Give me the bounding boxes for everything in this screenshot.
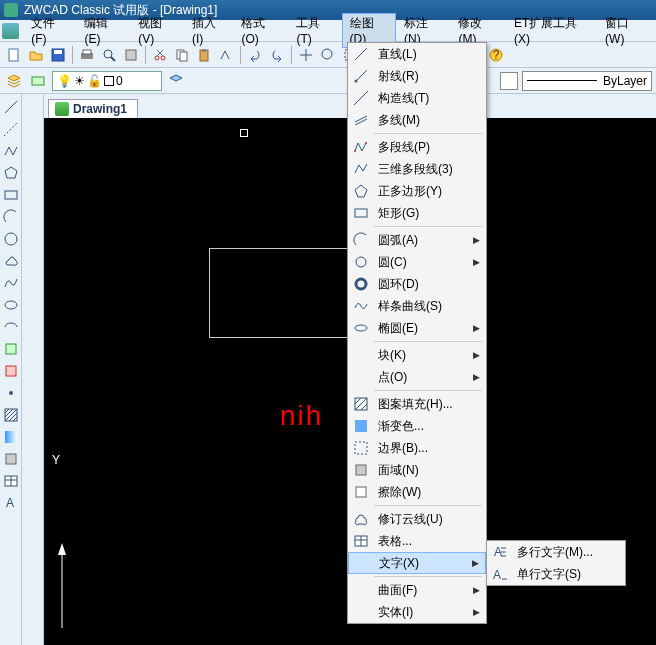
menu-label: 边界(B)... (378, 440, 480, 457)
line-tool[interactable] (2, 98, 20, 116)
menu-10[interactable]: 窗口(W) (597, 13, 654, 48)
layer-combo[interactable]: 💡 ☀ 🔓 0 (52, 71, 162, 91)
save-button[interactable] (48, 45, 68, 65)
revcloud-tool[interactable] (2, 252, 20, 270)
menu-item-circle[interactable]: 圆(C)▶ (348, 251, 486, 273)
menu-9[interactable]: ET扩展工具(X) (506, 13, 597, 48)
layer-prev-button[interactable] (166, 71, 186, 91)
menu-label: 直线(L) (378, 46, 480, 63)
menu-1[interactable]: 编辑(E) (76, 13, 130, 48)
menu-item-text[interactable]: 文字(X)▶ (348, 552, 486, 574)
insert-tool[interactable] (2, 340, 20, 358)
menu-item-point[interactable]: 点(O)▶ (348, 366, 486, 388)
menu-5[interactable]: 工具(T) (288, 13, 341, 48)
menu-item-region[interactable]: 面域(N) (348, 459, 486, 481)
copy-button[interactable] (172, 45, 192, 65)
arc-icon (352, 232, 370, 248)
menu-item-pline[interactable]: 多段线(P) (348, 136, 486, 158)
menu-item-polygon[interactable]: 正多边形(Y) (348, 180, 486, 202)
menu-3[interactable]: 插入(I) (184, 13, 233, 48)
layer-toolbar: 💡 ☀ 🔓 0 ByLayer (0, 68, 656, 94)
svg-marker-52 (355, 185, 367, 197)
block-tool[interactable] (2, 362, 20, 380)
svg-point-9 (161, 56, 165, 60)
mtext-tool[interactable]: A (2, 494, 20, 512)
menu-2[interactable]: 视图(V) (130, 13, 184, 48)
xline-tool[interactable] (2, 120, 20, 138)
menu-item-revcloud[interactable]: 修订云线(U) (348, 508, 486, 530)
menu-item-surface[interactable]: 曲面(F)▶ (348, 579, 486, 601)
menu-item-ray[interactable]: 射线(R) (348, 65, 486, 87)
linetype-combo[interactable]: ByLayer (522, 71, 652, 91)
menu-item-donut[interactable]: 圆环(D) (348, 273, 486, 295)
layer-state-button[interactable] (28, 71, 48, 91)
svg-rect-58 (355, 420, 367, 432)
menu-label: 曲面(F) (378, 582, 465, 599)
menu-item-ellipse[interactable]: 椭圆(E)▶ (348, 317, 486, 339)
ellipse-arc-tool[interactable] (2, 318, 20, 336)
pan-button[interactable] (296, 45, 316, 65)
match-button[interactable] (216, 45, 236, 65)
menu-item-3dpoly[interactable]: 三维多段线(3) (348, 158, 486, 180)
menu-item-rect[interactable]: 矩形(G) (348, 202, 486, 224)
menu-label: 修订云线(U) (378, 511, 480, 528)
zoom-button[interactable] (318, 45, 338, 65)
color-control[interactable] (500, 72, 518, 90)
svg-point-14 (322, 49, 332, 59)
new-button[interactable] (4, 45, 24, 65)
preview-button[interactable] (99, 45, 119, 65)
menu-item-spline[interactable]: 样条曲线(S) (348, 295, 486, 317)
ellipse-icon (352, 320, 370, 336)
cut-button[interactable] (150, 45, 170, 65)
hatch-tool[interactable] (2, 406, 20, 424)
menu-label: 圆环(D) (378, 276, 480, 293)
layer-props-button[interactable] (4, 71, 24, 91)
menu-label: 块(K) (378, 347, 465, 364)
publish-button[interactable] (121, 45, 141, 65)
pline-tool[interactable] (2, 142, 20, 160)
svg-text:A: A (494, 545, 502, 559)
svg-text:?: ? (493, 48, 500, 62)
menu-item-arc[interactable]: 圆弧(A)▶ (348, 229, 486, 251)
submenu-item-dtext[interactable]: A单行文字(S) (487, 563, 625, 585)
menu-0[interactable]: 文件(F) (23, 13, 76, 48)
menu-label: 点(O) (378, 369, 465, 386)
menu-item-table[interactable]: 表格... (348, 530, 486, 552)
svg-point-56 (355, 325, 367, 331)
svg-rect-7 (126, 50, 136, 60)
menu-item-mline[interactable]: 多线(M) (348, 109, 486, 131)
rect-tool[interactable] (2, 186, 20, 204)
svg-rect-32 (6, 344, 16, 354)
circle-tool[interactable] (2, 230, 20, 248)
print-button[interactable] (77, 45, 97, 65)
spline-tool[interactable] (2, 274, 20, 292)
gradient-tool[interactable] (2, 428, 20, 446)
redo-button[interactable] (267, 45, 287, 65)
menu-item-line[interactable]: 直线(L) (348, 43, 486, 65)
region-tool[interactable] (2, 450, 20, 468)
tab-drawing1[interactable]: Drawing1 (48, 99, 138, 118)
menu-item-xline[interactable]: 构造线(T) (348, 87, 486, 109)
table-icon (352, 533, 370, 549)
menu-item-boundary[interactable]: 边界(B)... (348, 437, 486, 459)
arc-tool[interactable] (2, 208, 20, 226)
paste-button[interactable] (194, 45, 214, 65)
point-tool[interactable] (2, 384, 20, 402)
svg-line-27 (4, 122, 18, 136)
menu-4[interactable]: 格式(O) (233, 13, 288, 48)
app-icon (2, 23, 19, 39)
polygon-tool[interactable] (2, 164, 20, 182)
block-icon (352, 347, 370, 363)
menu-item-gradient[interactable]: 渐变色... (348, 415, 486, 437)
undo-button[interactable] (245, 45, 265, 65)
help-button[interactable]: ? (486, 45, 506, 65)
menu-item-hatch[interactable]: 图案填充(H)... (348, 393, 486, 415)
menu-item-solid[interactable]: 实体(I)▶ (348, 601, 486, 623)
menu-item-wipeout[interactable]: 擦除(W) (348, 481, 486, 503)
ellipse-tool[interactable] (2, 296, 20, 314)
submenu-item-mtext[interactable]: A多行文字(M)... (487, 541, 625, 563)
open-button[interactable] (26, 45, 46, 65)
sun-icon: ☀ (74, 74, 85, 88)
menu-item-block[interactable]: 块(K)▶ (348, 344, 486, 366)
table-tool[interactable] (2, 472, 20, 490)
